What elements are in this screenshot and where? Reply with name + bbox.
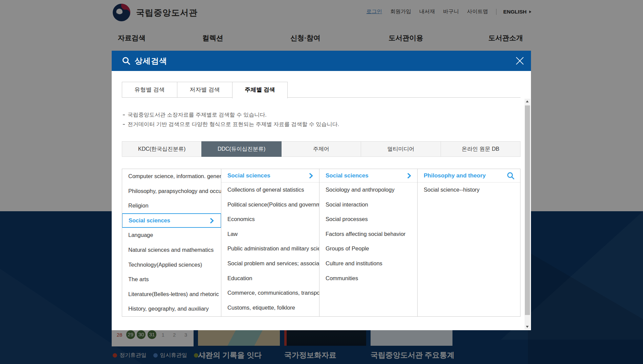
category-item[interactable]: Communities — [319, 271, 417, 286]
modal-title: 상세검색 — [135, 56, 167, 66]
scroll-down-button[interactable] — [525, 324, 530, 330]
category-item[interactable]: Education — [221, 271, 319, 286]
category-item[interactable]: Literature(Belles-lettres) and rhetoric — [122, 287, 221, 302]
class-tab-online-db[interactable]: 온라인 원문 DB — [441, 141, 520, 157]
category-item[interactable]: Public administration and military scien… — [221, 241, 319, 256]
scrollbar-thumb[interactable] — [525, 105, 530, 315]
category-item[interactable]: Religion — [122, 198, 221, 213]
category-column-3: Social sciences Sociology and anthropolo… — [319, 169, 417, 316]
category-item[interactable]: Customs, etiquette, folklore — [221, 300, 319, 315]
scroll-up-button[interactable] — [525, 99, 530, 104]
category-browser: Computer science, information. general P… — [122, 169, 520, 317]
category-item[interactable]: Groups of People — [319, 241, 417, 256]
chevron-right-icon — [406, 173, 412, 178]
category-item[interactable]: Sociology and anthropology — [319, 183, 417, 197]
category-header-label: Philosophy and theory — [424, 172, 486, 179]
bullet-icon — [123, 124, 125, 125]
category-item[interactable]: Factors affecting social behavior — [319, 227, 417, 242]
category-column-header[interactable]: Social sciences — [319, 169, 417, 183]
description-text: 전거데이터 기반 검색으로 다양한 형식으로 표현되는 주제별 자료를 검색할 … — [128, 121, 339, 128]
category-item[interactable]: Social problem and services; association… — [221, 256, 319, 271]
category-item-selected[interactable]: Social sciences — [122, 213, 221, 228]
category-item[interactable]: Social science--history — [418, 183, 520, 197]
category-item[interactable]: History, geography, and auxiliary — [122, 301, 221, 316]
category-item[interactable]: The arts — [122, 272, 221, 287]
category-column-1: Computer science, information. general P… — [122, 169, 221, 316]
category-column-2: Social sciences Collections of general s… — [221, 169, 319, 316]
classification-tabs: KDC(한국십진분류) DDC(듀이십진분류) 주제어 멀티미디어 온라인 원문… — [122, 141, 520, 157]
category-column-header[interactable]: Philosophy and theory — [418, 169, 520, 183]
search-icon — [122, 56, 131, 65]
category-item[interactable]: Economics — [221, 212, 319, 227]
tab-by-type[interactable]: 유형별 검색 — [122, 82, 177, 98]
category-column-header[interactable]: Social sciences — [221, 169, 319, 183]
bullet-icon — [123, 115, 125, 115]
description-line: 전거데이터 기반 검색으로 다양한 형식으로 표현되는 주제별 자료를 검색할 … — [123, 121, 339, 128]
close-icon[interactable] — [514, 55, 526, 67]
category-item[interactable]: Social processes — [319, 212, 417, 227]
chevron-right-icon — [209, 218, 215, 223]
modal-scrollbar[interactable] — [525, 99, 530, 330]
category-item[interactable]: Computer science, information. general — [122, 169, 221, 184]
category-header-label: Social sciences — [326, 172, 369, 179]
tab-baseline — [122, 97, 520, 98]
arrow-up-icon — [526, 100, 529, 102]
search-icon[interactable] — [507, 172, 515, 180]
category-item[interactable]: Social interaction — [319, 197, 417, 212]
search-type-tabs: 유형별 검색 저자별 검색 주제별 검색 — [122, 82, 288, 98]
category-item[interactable]: Political science(Politics and governmen… — [221, 197, 319, 212]
category-item[interactable]: Technology(Applied sciences) — [122, 258, 221, 272]
tab-by-subject[interactable]: 주제별 검색 — [232, 82, 288, 98]
modal-body: 유형별 검색 저자별 검색 주제별 검색 국립중앙도서관 소장자료를 주제별로 … — [112, 71, 531, 330]
category-item[interactable]: Collections of general statistics — [221, 183, 319, 197]
category-item[interactable]: Law — [221, 227, 319, 242]
description-text: 국립중앙도서관 소장자료를 주제별로 검색할 수 있습니다. — [128, 112, 267, 119]
tab-by-author[interactable]: 저자별 검색 — [177, 82, 232, 98]
class-tab-multimedia[interactable]: 멀티미디어 — [361, 141, 441, 157]
advanced-search-modal: 상세검색 유형별 검색 저자별 검색 주제별 검색 국립중앙도서관 소장자료를 … — [112, 51, 531, 330]
class-tab-subject[interactable]: 주제어 — [281, 141, 361, 157]
category-item[interactable]: Commerce, communications, transportation — [221, 286, 319, 300]
description-line: 국립중앙도서관 소장자료를 주제별로 검색할 수 있습니다. — [123, 112, 267, 118]
class-tab-ddc[interactable]: DDC(듀이십진분류) — [201, 141, 281, 157]
category-header-label: Social sciences — [227, 172, 270, 179]
chevron-right-icon — [308, 173, 314, 178]
category-column-4: Philosophy and theory Social science--hi… — [417, 169, 520, 316]
category-item[interactable]: Philosophy, parapsychology and occultism — [122, 184, 221, 199]
arrow-down-icon — [526, 326, 529, 328]
modal-header: 상세검색 — [112, 51, 531, 71]
category-item-label: Social sciences — [129, 217, 170, 224]
class-tab-kdc[interactable]: KDC(한국십진분류) — [122, 141, 202, 157]
page: 국립중앙도서관 로그인 회원가입 내서재 바구니 사이트맵 ENGLISH 자료… — [0, 0, 643, 364]
category-item[interactable]: Language — [122, 228, 221, 243]
category-item[interactable]: Natural sciences and mathematics — [122, 243, 221, 258]
category-item[interactable]: Culture and institutions — [319, 256, 417, 271]
